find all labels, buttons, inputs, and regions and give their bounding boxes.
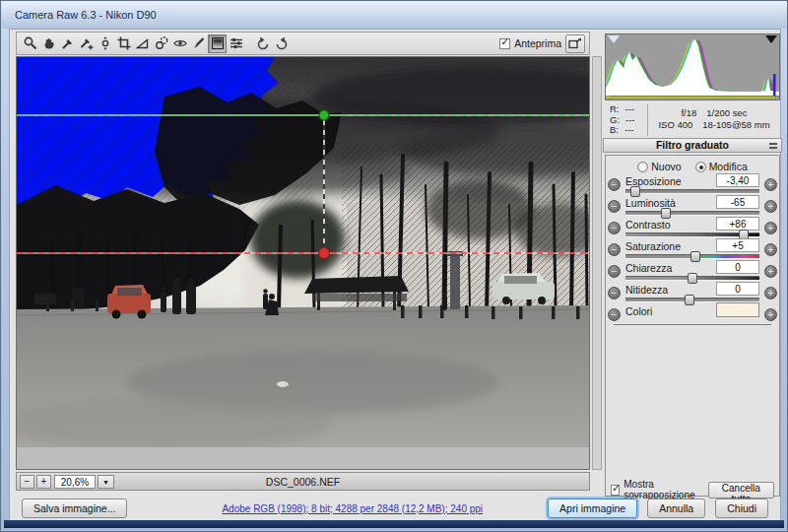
camera-raw-dialog: Camera Raw 6.3 - Nikon D90 — [0, 0, 788, 532]
shadow-clip-indicator[interactable] — [608, 35, 620, 43]
zoom-tool-icon[interactable] — [21, 34, 39, 53]
radio-modifica[interactable]: Modifica — [695, 161, 748, 172]
radio-nuovo[interactable]: Nuovo — [637, 161, 681, 172]
decrease-button[interactable]: − — [608, 200, 621, 213]
hand-tool-icon[interactable] — [39, 34, 58, 53]
decrease-button[interactable]: − — [608, 243, 621, 256]
chiudi-button[interactable]: Chiudi — [715, 499, 768, 518]
targeted-adjustment-tool-icon[interactable] — [96, 34, 114, 53]
graduated-filter-tool-icon[interactable] — [208, 34, 227, 53]
mostra-sovrapposizione-checkbox[interactable]: ✓ — [611, 485, 620, 496]
zoom-level-field[interactable]: 20,6% — [54, 475, 96, 489]
slider-row-contrasto: − Contrasto +86 + — [606, 219, 779, 240]
preferences-tool-icon[interactable] — [227, 34, 245, 53]
rgb-readout: R:--- G:--- B:--- — [605, 104, 648, 136]
image-preview-area[interactable] — [16, 56, 590, 470]
slider-row-chiarezza: − Chiarezza 0 + — [606, 262, 779, 284]
decrease-button[interactable]: − — [608, 287, 621, 299]
filter-panel-header: Filtro graduato — [603, 138, 782, 153]
increase-button[interactable]: + — [764, 265, 777, 278]
nitidezza-value[interactable]: 0 — [716, 282, 759, 296]
increase-button[interactable]: + — [764, 308, 777, 321]
spot-removal-tool-icon[interactable] — [152, 34, 170, 53]
toolbar: ✓ Anteprima — [16, 32, 590, 55]
luminosita-slider[interactable] — [625, 211, 759, 216]
grad-filter-green-handle[interactable] — [319, 110, 329, 120]
apri-immagine-button[interactable]: Apri immagine — [548, 499, 637, 518]
fullscreen-icon — [568, 37, 582, 49]
right-panel: R:--- G:--- B:--- f/181/200 sec ISO 4001… — [603, 30, 782, 522]
window-bottom-frame — [4, 520, 784, 528]
rotate-left-tool-icon[interactable] — [253, 34, 272, 53]
image-info: R:--- G:--- B:--- f/181/200 sec ISO 4001… — [605, 104, 780, 136]
white-balance-tool-icon[interactable] — [58, 34, 77, 53]
color-swatch[interactable] — [716, 302, 759, 317]
slider-row-saturazione: − Saturazione +5 + — [606, 240, 779, 262]
annulla-button[interactable]: Annulla — [647, 499, 705, 518]
anteprima-label: Anteprima — [514, 37, 561, 49]
workflow-options-link[interactable]: Adobe RGB (1998); 8 bit; 4288 per 2848 (… — [192, 503, 483, 514]
increase-button[interactable]: + — [764, 178, 777, 191]
luminosita-value[interactable]: -65 — [716, 195, 759, 209]
color-sampler-tool-icon[interactable] — [77, 34, 96, 53]
esposizione-value[interactable]: -3,40 — [716, 173, 759, 187]
red-eye-tool-icon[interactable] — [170, 34, 189, 53]
preview-status-bar: DSC_0006.NEF − + 20,6% ▼ — [16, 472, 590, 491]
esposizione-slider[interactable] — [625, 189, 759, 194]
histogram-plot — [606, 34, 779, 100]
graduated-filter-panel: Nuovo Modifica − Esposizione -3,40 + − L… — [605, 155, 780, 497]
panel-divider — [614, 324, 771, 325]
preview-scrollbar[interactable] — [592, 56, 602, 470]
grad-filter-red-handle[interactable] — [319, 248, 330, 259]
salva-immagine-button[interactable]: Salva immagine... — [22, 499, 127, 518]
decrease-button[interactable]: − — [608, 265, 621, 278]
zoom-in-button[interactable]: + — [36, 475, 51, 489]
dialog-content: ✓ Anteprima — [9, 29, 781, 523]
increase-button[interactable]: + — [764, 222, 777, 234]
panel-menu-icon[interactable] — [769, 143, 777, 149]
zoom-level-dropdown[interactable]: ▼ — [98, 475, 114, 489]
adjustment-brush-tool-icon[interactable] — [189, 34, 208, 53]
chiarezza-slider[interactable] — [625, 276, 759, 281]
zoom-out-button[interactable]: − — [20, 475, 34, 489]
increase-button[interactable]: + — [764, 243, 777, 256]
decrease-button[interactable]: − — [608, 178, 621, 191]
slider-row-luminosita: − Luminosità -65 + — [606, 197, 779, 219]
decrease-button[interactable]: − — [608, 222, 621, 234]
increase-button[interactable]: + — [764, 287, 777, 299]
saturazione-value[interactable]: +5 — [716, 238, 759, 252]
contrasto-slider[interactable] — [625, 233, 759, 237]
crop-tool-icon[interactable] — [114, 34, 133, 53]
saturazione-slider[interactable] — [625, 254, 759, 259]
contrasto-value[interactable]: +86 — [716, 217, 759, 231]
title-bar[interactable]: Camera Raw 6.3 - Nikon D90 — [1, 1, 788, 29]
rotate-right-tool-icon[interactable] — [272, 34, 291, 53]
window-title: Camera Raw 6.3 - Nikon D90 — [15, 9, 157, 21]
anteprima-checkbox[interactable]: ✓ — [499, 38, 510, 49]
fullscreen-toggle-button[interactable] — [565, 34, 585, 53]
photo-canvas[interactable] — [17, 57, 589, 447]
histogram — [605, 33, 780, 100]
chiarezza-value[interactable]: 0 — [716, 260, 759, 274]
increase-button[interactable]: + — [764, 200, 777, 213]
slider-row-esposizione: − Esposizione -3,40 + — [606, 175, 779, 197]
decrease-button[interactable]: − — [608, 308, 621, 321]
straighten-tool-icon[interactable] — [133, 34, 152, 53]
exposure-info: f/181/200 sec ISO 40018-105@58 mm — [648, 104, 780, 136]
dialog-footer: Salva immagine... Adobe RGB (1998); 8 bi… — [10, 495, 780, 522]
highlight-clip-indicator[interactable] — [765, 35, 777, 43]
